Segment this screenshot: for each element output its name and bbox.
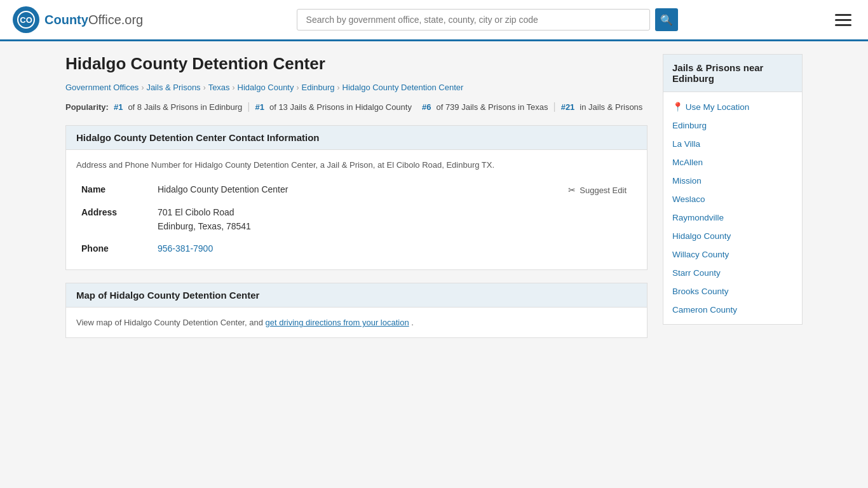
- menu-bar-3: [835, 24, 851, 26]
- sidebar-item-cameron-county[interactable]: Cameron County: [663, 301, 802, 319]
- name-value: Hidalgo County Detention Center: [153, 179, 463, 201]
- map-section-header: Map of Hidalgo County Detention Center: [66, 283, 647, 308]
- location-pin-icon: 📍: [672, 102, 683, 112]
- menu-button[interactable]: [831, 10, 855, 30]
- breadcrumb-hidalgo-county[interactable]: Hidalgo County: [238, 83, 294, 92]
- sidebar-item-raymondville[interactable]: Raymondville: [663, 208, 802, 227]
- sidebar-item-lavilla[interactable]: La Villa: [663, 135, 802, 153]
- sidebar-use-location[interactable]: 📍 Use My Location: [663, 97, 802, 116]
- breadcrumb-sep-4: ›: [296, 83, 299, 92]
- driving-directions-link[interactable]: get driving directions from your locatio…: [266, 318, 409, 327]
- search-button[interactable]: 🔍: [655, 8, 678, 31]
- phone-link[interactable]: 956-381-7900: [158, 243, 213, 254]
- logo-area: CO CountyOffice.org: [13, 6, 143, 33]
- breadcrumb-edinburg[interactable]: Edinburg: [301, 83, 334, 92]
- breadcrumb-texas[interactable]: Texas: [208, 83, 230, 92]
- table-row-phone: Phone 956-381-7900: [76, 238, 637, 259]
- pipe-sep-1: |: [247, 101, 250, 112]
- sidebar-item-mission[interactable]: Mission: [663, 172, 802, 190]
- logo-text: CountyOffice.org: [44, 13, 143, 27]
- edit-icon: ✂: [568, 185, 576, 195]
- breadcrumb-current[interactable]: Hidalgo County Detention Center: [342, 83, 464, 92]
- breadcrumb-sep-5: ›: [337, 83, 340, 92]
- sidebar-link-starr-county[interactable]: Starr County: [663, 264, 802, 282]
- rank-4-text: in Jails & Prisons: [580, 102, 642, 112]
- use-location-link[interactable]: 📍 Use My Location: [663, 97, 802, 116]
- sidebar-item-willacy-county[interactable]: Willacy County: [663, 245, 802, 264]
- contact-table: Name Hidalgo County Detention Center ✂ S…: [76, 179, 637, 259]
- sidebar-item-brooks-county[interactable]: Brooks County: [663, 282, 802, 301]
- contact-section: Hidalgo County Detention Center Contact …: [65, 125, 648, 270]
- phone-value: 956-381-7900: [153, 238, 637, 259]
- page-title: Hidalgo County Detention Center: [65, 54, 648, 74]
- map-section: Map of Hidalgo County Detention Center V…: [65, 283, 648, 338]
- site-header: CO CountyOffice.org 🔍: [0, 0, 868, 41]
- sidebar-title: Jails & Prisons near Edinburg: [663, 55, 802, 92]
- pipe-sep-2: |: [553, 101, 556, 112]
- search-input[interactable]: [297, 9, 650, 30]
- breadcrumb-sep-3: ›: [233, 83, 235, 92]
- name-label: Name: [76, 179, 153, 201]
- sidebar-box: Jails & Prisons near Edinburg 📍 Use My L…: [663, 54, 803, 325]
- rank-3: #6: [422, 102, 431, 112]
- breadcrumb: Government Offices › Jails & Prisons › T…: [65, 83, 648, 92]
- svg-text:CO: CO: [20, 15, 32, 25]
- sidebar-link-weslaco[interactable]: Weslaco: [663, 190, 802, 208]
- popularity-label: Popularity:: [65, 102, 109, 112]
- rank-3-text: of 739 Jails & Prisons in Texas: [436, 102, 548, 112]
- logo-icon: CO: [13, 6, 39, 33]
- sidebar-item-hidalgo-county[interactable]: Hidalgo County: [663, 227, 802, 245]
- breadcrumb-sep-1: ›: [141, 83, 144, 92]
- map-desc: View map of Hidalgo County Detention Cen…: [76, 318, 637, 327]
- rank-1: #1: [114, 102, 123, 112]
- menu-bar-2: [835, 19, 851, 21]
- sidebar-link-willacy-county[interactable]: Willacy County: [663, 245, 802, 264]
- sidebar-link-hidalgo-county[interactable]: Hidalgo County: [663, 227, 802, 245]
- contact-section-header: Hidalgo County Detention Center Contact …: [66, 126, 647, 150]
- table-row-name: Name Hidalgo County Detention Center ✂ S…: [76, 179, 637, 201]
- sidebar-link-mcallen[interactable]: McAllen: [663, 153, 802, 172]
- map-section-body: View map of Hidalgo County Detention Cen…: [66, 308, 647, 337]
- sidebar-list: 📍 Use My Location Edinburg La Villa McAl…: [663, 92, 802, 324]
- phone-label: Phone: [76, 238, 153, 259]
- rank-2: #1: [255, 102, 264, 112]
- sidebar-link-brooks-county[interactable]: Brooks County: [663, 282, 802, 301]
- main-wrapper: Hidalgo County Detention Center Governme…: [53, 41, 815, 363]
- table-row-address: Address 701 El Cibolo Road Edinburg, Tex…: [76, 201, 637, 238]
- breadcrumb-jails-prisons[interactable]: Jails & Prisons: [146, 83, 200, 92]
- sidebar-item-starr-county[interactable]: Starr County: [663, 264, 802, 282]
- search-area: 🔍: [297, 8, 678, 31]
- breadcrumb-government-offices[interactable]: Government Offices: [65, 83, 139, 92]
- breadcrumb-sep-2: ›: [203, 83, 206, 92]
- search-icon: 🔍: [660, 14, 673, 26]
- sidebar-link-lavilla[interactable]: La Villa: [663, 135, 802, 153]
- address-value: 701 El Cibolo Road Edinburg, Texas, 7854…: [153, 201, 637, 238]
- sidebar-link-cameron-county[interactable]: Cameron County: [663, 301, 802, 319]
- sidebar-item-mcallen[interactable]: McAllen: [663, 153, 802, 172]
- sidebar-link-edinburg[interactable]: Edinburg: [663, 116, 802, 135]
- content-area: Hidalgo County Detention Center Governme…: [65, 54, 648, 351]
- rank-4: #21: [561, 102, 575, 112]
- contact-desc: Address and Phone Number for Hidalgo Cou…: [76, 160, 637, 170]
- sidebar-link-raymondville[interactable]: Raymondville: [663, 208, 802, 227]
- sidebar: Jails & Prisons near Edinburg 📍 Use My L…: [663, 54, 803, 351]
- rank-1-text: of 8 Jails & Prisons in Edinburg: [128, 102, 242, 112]
- popularity-section: Popularity: #1 of 8 Jails & Prisons in E…: [65, 101, 648, 112]
- contact-section-body: Address and Phone Number for Hidalgo Cou…: [66, 150, 647, 269]
- sidebar-link-mission[interactable]: Mission: [663, 172, 802, 190]
- sidebar-item-edinburg[interactable]: Edinburg: [663, 116, 802, 135]
- suggest-edit-button[interactable]: ✂ Suggest Edit: [563, 182, 632, 198]
- address-label: Address: [76, 201, 153, 238]
- rank-2-text: of 13 Jails & Prisons in Hidalgo County: [269, 102, 412, 112]
- sidebar-item-weslaco[interactable]: Weslaco: [663, 190, 802, 208]
- menu-bar-1: [835, 14, 851, 16]
